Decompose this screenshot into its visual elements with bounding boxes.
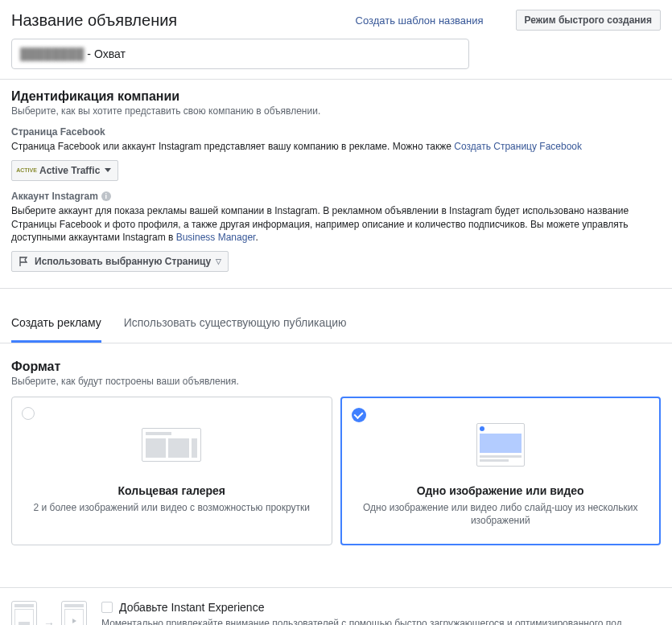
instant-experience-description: Моментально привлекайте внимание пользов… — [101, 617, 661, 625]
instant-experience-section: → Добавьте Instant Experience Моментальн… — [0, 587, 672, 625]
instagram-account-description: Выберите аккаунт для показа рекламы ваше… — [11, 204, 661, 245]
identity-heading: Идентификация компании — [11, 89, 661, 104]
instant-experience-checkbox[interactable] — [101, 602, 113, 613]
flag-icon — [19, 256, 30, 267]
info-icon[interactable]: i — [101, 191, 111, 201]
chevron-down-icon — [105, 168, 111, 172]
format-heading: Формат — [11, 360, 661, 374]
facebook-page-selected: Active Traffic — [39, 165, 100, 176]
format-description: Выберите, как будут построены ваши объяв… — [11, 376, 661, 387]
facebook-page-label: Страница Facebook — [11, 126, 661, 138]
company-identity-section: Идентификация компании Выберите, как вы … — [0, 80, 672, 289]
instagram-account-label: Аккаунт Instagram i — [11, 191, 661, 202]
ad-tabs: Создать рекламу Использовать существующу… — [0, 305, 672, 343]
carousel-preview-icon — [27, 417, 317, 473]
instant-experience-illustration: → — [11, 601, 87, 625]
page-title: Название объявления — [11, 11, 177, 30]
format-section: Формат Выберите, как будут построены ваш… — [0, 343, 672, 555]
arrow-right-icon: → — [43, 617, 55, 625]
tab-use-existing-post[interactable]: Использовать существующую публикацию — [124, 305, 347, 343]
quick-creation-mode-button[interactable]: Режим быстрого создания — [516, 10, 661, 31]
create-facebook-page-link[interactable]: Создать Страницу Facebook — [454, 141, 582, 152]
instagram-account-dropdown[interactable]: Использовать выбранную Страницу ▽ — [11, 251, 229, 272]
ad-name-prefix-blurred: ████████ — [20, 47, 84, 60]
chevron-down-icon: ▽ — [216, 257, 221, 265]
facebook-page-dropdown[interactable]: ACTIVE Active Traffic — [11, 160, 118, 181]
carousel-description: 2 и более изображений или видео с возмож… — [27, 502, 317, 515]
carousel-title: Кольцевая галерея — [27, 484, 317, 497]
single-preview-icon — [356, 417, 646, 473]
ad-name-section: Название объявления Создать шаблон назва… — [0, 0, 672, 80]
format-option-single[interactable]: Одно изображение или видео Одно изображе… — [340, 397, 662, 545]
instant-experience-title: Добавьте Instant Experience — [119, 601, 264, 614]
tab-create-ad[interactable]: Создать рекламу — [11, 305, 101, 343]
instagram-account-selected: Использовать выбранную Страницу — [35, 256, 211, 267]
facebook-page-description: Страница Facebook или аккаунт Instagram … — [11, 140, 661, 154]
ad-name-value: - Охват — [87, 47, 125, 60]
create-name-template-link[interactable]: Создать шаблон названия — [356, 14, 484, 27]
radio-checked-icon — [352, 408, 366, 422]
page-thumbnail-icon: ACTIVE — [19, 166, 35, 175]
ad-name-input[interactable]: ████████ - Охват — [11, 39, 469, 69]
business-manager-link[interactable]: Business Manager — [176, 232, 256, 243]
single-title: Одно изображение или видео — [356, 484, 646, 497]
format-option-carousel[interactable]: Кольцевая галерея 2 и более изображений … — [11, 397, 332, 545]
single-description: Одно изображение или видео либо слайд-шо… — [356, 502, 646, 527]
identity-description: Выберите, как вы хотите представить свою… — [11, 105, 661, 117]
